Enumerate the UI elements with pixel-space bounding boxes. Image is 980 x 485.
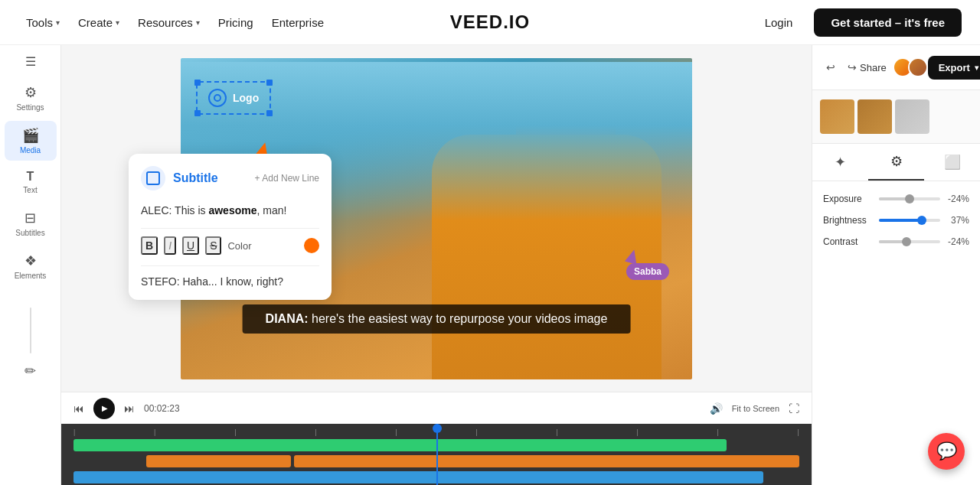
- sidebar-settings-label: Settings: [16, 103, 44, 112]
- contrast-fill: [879, 240, 903, 243]
- exposure-row: Exposure -24%: [823, 194, 969, 204]
- contrast-label: Contrast: [823, 236, 873, 247]
- sabba-cursor-area: Sabba: [626, 249, 669, 280]
- brightness-value: 37%: [946, 215, 969, 226]
- video-controls: ⏮ ▶ ⏭ 00:02:23 🔊 Fit to Screen ⛶: [61, 392, 812, 424]
- resize-handle-bl[interactable]: [194, 110, 201, 116]
- tick: |: [717, 428, 719, 436]
- fullscreen-icon[interactable]: ⛶: [789, 402, 799, 415]
- thumbnail-1[interactable]: [820, 99, 854, 134]
- tab-adjust[interactable]: ⚙: [868, 144, 924, 181]
- skip-back-button[interactable]: ⏮: [74, 402, 84, 415]
- volume-icon[interactable]: 🔊: [710, 402, 723, 415]
- logo-circle-icon: [208, 89, 227, 107]
- subtitle-line1-suffix: , man!: [256, 204, 286, 216]
- nav-right: Login Get started – it's free: [756, 8, 962, 37]
- chevron-down-icon: ▾: [56, 18, 60, 27]
- exposure-label: Exposure: [823, 194, 873, 204]
- contrast-slider[interactable]: [879, 240, 940, 243]
- italic-button[interactable]: I: [164, 236, 176, 255]
- pencil-icon: ✏: [24, 363, 36, 379]
- logo-element[interactable]: Logo: [196, 81, 271, 115]
- timeline-track-blue[interactable]: [74, 471, 763, 483]
- brightness-slider[interactable]: [879, 219, 940, 222]
- export-chevron-icon: ▾: [975, 63, 978, 72]
- elements-icon: ❖: [24, 252, 37, 269]
- navigation: Tools ▾ Create ▾ Resources ▾ Pricing Ent…: [0, 0, 980, 45]
- video-preview-area: Logo Tim Sabba: [61, 45, 812, 392]
- nav-resources-label: Resources: [138, 16, 193, 29]
- tick: |: [636, 428, 638, 436]
- play-button[interactable]: ▶: [93, 398, 115, 419]
- center-area: Logo Tim Sabba: [61, 45, 812, 485]
- nav-resources[interactable]: Resources ▾: [130, 10, 207, 35]
- export-label: Export: [939, 62, 970, 73]
- site-logo[interactable]: VEED.IO: [450, 11, 530, 32]
- resize-handle-tl[interactable]: [194, 80, 201, 86]
- color-wheel-icon: ✦: [835, 154, 846, 171]
- nav-create[interactable]: Create ▾: [70, 10, 127, 35]
- nav-tools[interactable]: Tools ▾: [18, 10, 67, 35]
- underline-button[interactable]: U: [182, 236, 199, 255]
- tick: |: [475, 428, 477, 436]
- thumbnail-strip: [812, 90, 980, 144]
- skip-forward-button[interactable]: ⏭: [124, 402, 135, 415]
- tick: |: [556, 428, 557, 436]
- subtitle-panel-icon: [141, 166, 165, 190]
- undo-button[interactable]: ↩: [823, 58, 838, 76]
- fit-screen-button[interactable]: Fit to Screen: [732, 404, 779, 413]
- sidebar-item-text[interactable]: T Text: [5, 164, 57, 200]
- color-label: Color: [227, 240, 251, 252]
- settings-icon: ⚙: [24, 84, 37, 101]
- share-text[interactable]: Share: [860, 62, 887, 73]
- redo-button[interactable]: ↪: [844, 58, 860, 76]
- resize-handle-tr[interactable]: [266, 80, 273, 86]
- resize-handle-br[interactable]: [266, 110, 273, 116]
- sidebar-item-settings[interactable]: ⚙ Settings: [5, 78, 57, 118]
- logo-area: VEED.IO: [450, 11, 530, 33]
- chevron-down-icon: ▾: [196, 18, 200, 27]
- playhead-indicator: [433, 424, 442, 433]
- strikethrough-button[interactable]: S: [205, 236, 221, 255]
- chat-bubble-button[interactable]: 💬: [928, 433, 965, 470]
- nav-enterprise-label: Enterprise: [272, 16, 324, 29]
- export-button[interactable]: Export ▾: [928, 56, 980, 80]
- nav-pricing[interactable]: Pricing: [211, 10, 261, 35]
- subtitle-panel-title: Subtitle: [173, 171, 218, 185]
- sabba-badge: Sabba: [626, 263, 669, 280]
- tab-crop[interactable]: ⬜: [924, 144, 980, 181]
- tick: |: [234, 428, 236, 436]
- chevron-down-icon: ▾: [116, 18, 119, 27]
- chat-icon: 💬: [936, 441, 957, 461]
- add-new-line-button[interactable]: + Add New Line: [255, 173, 319, 184]
- thumbnail-3[interactable]: [895, 99, 929, 134]
- timeline-track-green[interactable]: [74, 439, 727, 451]
- nav-enterprise[interactable]: Enterprise: [264, 10, 332, 35]
- color-picker[interactable]: [304, 238, 319, 253]
- login-button[interactable]: Login: [756, 10, 802, 35]
- nav-tools-label: Tools: [26, 16, 53, 29]
- share-area: Share: [860, 57, 928, 77]
- sidebar-subtitles-label: Subtitles: [15, 229, 44, 237]
- bold-button[interactable]: B: [141, 236, 158, 255]
- media-icon: 🎬: [22, 127, 39, 144]
- sidebar-item-elements[interactable]: ❖ Elements: [5, 246, 57, 286]
- exposure-value: -24%: [946, 194, 969, 204]
- sidebar-item-subtitles[interactable]: ⊟ Subtitles: [5, 203, 57, 243]
- nav-left: Tools ▾ Create ▾ Resources ▾ Pricing Ent…: [18, 10, 332, 35]
- avatar-group: [893, 57, 928, 77]
- get-started-button[interactable]: Get started – it's free: [814, 8, 962, 37]
- thumbnail-2[interactable]: [858, 99, 892, 134]
- time-display: 00:02:23: [144, 403, 180, 414]
- timeline-track-orange-large[interactable]: [294, 455, 799, 467]
- sidebar-item-media[interactable]: 🎬 Media: [5, 121, 57, 161]
- editor-area: ☰ ⚙ Settings 🎬 Media T Text ⊟ Subtitles …: [0, 45, 980, 485]
- hamburger-menu-icon[interactable]: ☰: [25, 54, 36, 69]
- panel-header: ↩ ↪ Share Export ▾: [812, 45, 980, 90]
- tab-color[interactable]: ✦: [812, 144, 868, 181]
- sidebar-item-pencil[interactable]: ✏: [5, 356, 57, 386]
- timeline-track-orange-small[interactable]: [146, 455, 292, 467]
- tick: |: [74, 428, 75, 436]
- exposure-slider[interactable]: [879, 197, 940, 200]
- contrast-row: Contrast -24%: [823, 236, 969, 247]
